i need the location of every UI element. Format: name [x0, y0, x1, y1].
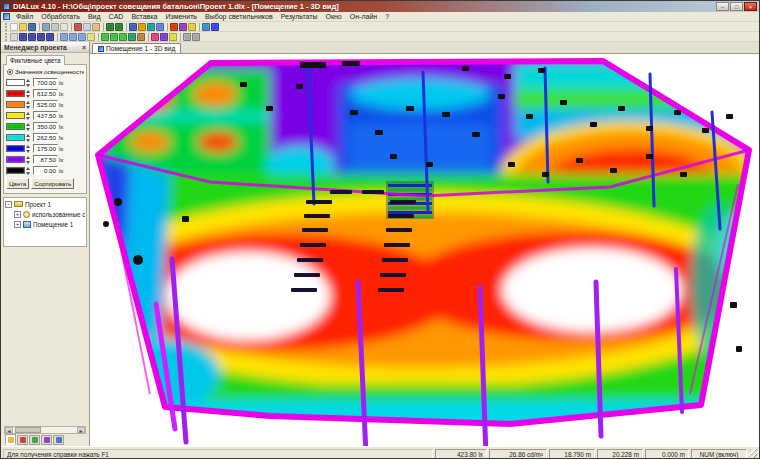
- false-colours-tab[interactable]: Фиктивные цвета: [6, 55, 65, 65]
- 3d-view-canvas[interactable]: [90, 54, 760, 446]
- legend-value-input[interactable]: 350.00: [33, 122, 58, 131]
- rotate-object-icon[interactable]: [192, 33, 200, 41]
- help-icon[interactable]: [211, 23, 219, 31]
- legend-value-input[interactable]: 437.50: [33, 111, 58, 120]
- view-top-icon[interactable]: [101, 33, 109, 41]
- legend-value-input[interactable]: 262.50: [33, 133, 58, 142]
- insert-texture-icon[interactable]: [156, 23, 164, 31]
- colors-button[interactable]: Цвета: [6, 178, 29, 189]
- menu-item-0[interactable]: Файл: [12, 12, 37, 21]
- resize-grip[interactable]: [749, 449, 757, 459]
- menu-item-9[interactable]: Он-лайн: [346, 12, 381, 21]
- tab-colours[interactable]: [41, 435, 52, 445]
- legend-color-spinner[interactable]: [26, 112, 32, 120]
- menu-item-5[interactable]: Изменить: [161, 12, 201, 21]
- legend-color-swatch[interactable]: [6, 90, 25, 97]
- render-icon[interactable]: [160, 33, 168, 41]
- menu-item-7[interactable]: Результаты: [277, 12, 322, 21]
- menu-item-6[interactable]: Выбор светильников: [201, 12, 277, 21]
- legend-color-spinner[interactable]: [26, 90, 32, 98]
- view-front-icon[interactable]: [110, 33, 118, 41]
- undo-icon[interactable]: [106, 23, 114, 31]
- menu-item-4[interactable]: Вставка: [127, 12, 161, 21]
- insert-room-icon[interactable]: [129, 23, 137, 31]
- legend-color-swatch[interactable]: [6, 156, 25, 163]
- copy-icon[interactable]: [83, 23, 91, 31]
- panel-horizontal-scrollbar[interactable]: ◄ ►: [4, 426, 86, 434]
- tab-furniture[interactable]: [29, 435, 40, 445]
- maximize-button[interactable]: □: [730, 2, 743, 11]
- legend-color-swatch[interactable]: [6, 112, 25, 119]
- legend-value-input[interactable]: 525.00: [33, 100, 58, 109]
- menu-item-1[interactable]: Обработать: [37, 12, 84, 21]
- insert-luminaire-icon[interactable]: [138, 23, 146, 31]
- tree-item-room-1[interactable]: + Помещение 1: [5, 219, 85, 229]
- legend-color-swatch[interactable]: [6, 123, 25, 130]
- select-icon[interactable]: [10, 33, 18, 41]
- menu-item-3[interactable]: CAD: [105, 12, 128, 21]
- open-icon[interactable]: [19, 23, 27, 31]
- legend-color-spinner[interactable]: [26, 145, 32, 153]
- zoom-in-icon[interactable]: [60, 33, 68, 41]
- expand-icon[interactable]: +: [14, 211, 21, 218]
- legend-color-spinner[interactable]: [26, 134, 32, 142]
- document-tab-room1-3d[interactable]: Помещение 1 - 3D вид: [92, 43, 181, 53]
- false-colours-icon[interactable]: [151, 33, 159, 41]
- title-bar[interactable]: DIALux 4.10 - H:\Общ\проект совещания ба…: [1, 1, 759, 12]
- legend-color-spinner[interactable]: [26, 123, 32, 131]
- move-object-icon[interactable]: [183, 33, 191, 41]
- close-button[interactable]: ×: [744, 2, 757, 11]
- mdi-child-icon[interactable]: [3, 13, 10, 20]
- legend-color-spinner[interactable]: [26, 167, 32, 175]
- pan-icon[interactable]: [87, 33, 95, 41]
- legend-value-input[interactable]: 87.50: [33, 155, 58, 164]
- expand-icon[interactable]: +: [14, 221, 21, 228]
- scroll-left-icon[interactable]: ◄: [5, 427, 13, 433]
- legend-color-swatch[interactable]: [6, 167, 25, 174]
- legend-color-spinner[interactable]: [26, 79, 32, 87]
- radio-icon[interactable]: [7, 69, 13, 75]
- daylight-icon[interactable]: [188, 23, 196, 31]
- scroll-right-icon[interactable]: ►: [77, 427, 85, 433]
- menu-item-2[interactable]: Вид: [84, 12, 105, 21]
- legend-color-spinner[interactable]: [26, 156, 32, 164]
- panel-close-icon[interactable]: ×: [82, 44, 86, 51]
- cut-icon[interactable]: [74, 23, 82, 31]
- draw-polyline-icon[interactable]: [28, 33, 36, 41]
- print-icon[interactable]: [51, 23, 59, 31]
- online-catalog-icon[interactable]: [202, 23, 210, 31]
- tree-item-used-luminaires[interactable]: + использованные светильники: [5, 209, 85, 219]
- zoom-out-icon[interactable]: [69, 33, 77, 41]
- sort-button[interactable]: Сортировать: [31, 178, 74, 189]
- scroll-thumb[interactable]: [15, 427, 41, 433]
- legend-value-input[interactable]: 175.00: [33, 144, 58, 153]
- legend-value-input[interactable]: 700.00: [33, 78, 58, 87]
- new-icon[interactable]: [10, 23, 18, 31]
- tree-item-project[interactable]: - Проект 1: [5, 199, 85, 209]
- walk-through-icon[interactable]: [137, 33, 145, 41]
- save-icon[interactable]: [28, 23, 36, 31]
- legend-color-swatch[interactable]: [6, 145, 25, 152]
- legend-value-input[interactable]: 612.50: [33, 89, 58, 98]
- room-3d-render[interactable]: [90, 54, 760, 446]
- draw-circle-icon[interactable]: [46, 33, 54, 41]
- toolbar-grip[interactable]: [5, 23, 8, 31]
- legend-color-swatch[interactable]: [6, 79, 25, 86]
- light-scene-icon[interactable]: [169, 33, 177, 41]
- tab-output[interactable]: [53, 435, 64, 445]
- paste-icon[interactable]: [92, 23, 100, 31]
- import-icon[interactable]: [42, 23, 50, 31]
- legend-color-spinner[interactable]: [26, 101, 32, 109]
- toolbar-grip[interactable]: [5, 33, 8, 41]
- redo-icon[interactable]: [115, 23, 123, 31]
- zoom-window-icon[interactable]: [78, 33, 86, 41]
- illuminance-values-radio-row[interactable]: Значения освещенностей: [7, 68, 84, 75]
- tab-project-manager[interactable]: [5, 434, 16, 445]
- output-results-icon[interactable]: [179, 23, 187, 31]
- legend-color-swatch[interactable]: [6, 134, 25, 141]
- insert-furniture-icon[interactable]: [147, 23, 155, 31]
- draw-rectangle-icon[interactable]: [37, 33, 45, 41]
- legend-color-swatch[interactable]: [6, 101, 25, 108]
- legend-value-input[interactable]: 0.00: [33, 166, 58, 175]
- collapse-icon[interactable]: -: [5, 201, 12, 208]
